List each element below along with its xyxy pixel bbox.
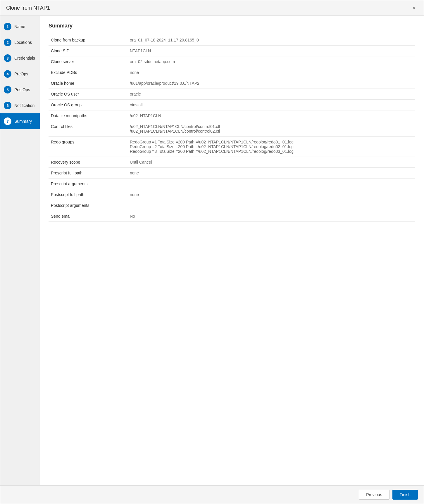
row-value: ora_02.sddc.netapp.com (127, 56, 415, 67)
table-row: Clone from backupora_01_07-18-2024_11.17… (49, 35, 415, 46)
dialog-header: Clone from NTAP1 × (0, 0, 424, 16)
sidebar-item-credentials[interactable]: 3Credentials (0, 50, 40, 66)
row-value: none (127, 189, 415, 200)
sidebar: 1Name2Locations3Credentials4PreOps5PostO… (0, 16, 40, 485)
row-value: /u02_NTAP1CLN (127, 110, 415, 121)
row-value: oinstall (127, 100, 415, 110)
summary-table: Clone from backupora_01_07-18-2024_11.17… (49, 35, 415, 222)
table-row: Clone SIDNTAP1CLN (49, 46, 415, 56)
row-label: Prescript full path (49, 168, 127, 179)
table-row: Datafile mountpaths/u02_NTAP1CLN (49, 110, 415, 121)
table-row: Prescript full pathnone (49, 168, 415, 179)
row-label: Clone SID (49, 46, 127, 56)
table-row: Postscript arguments (49, 200, 415, 211)
sidebar-item-label: PostOps (14, 87, 30, 92)
step-number: 7 (4, 117, 11, 125)
sidebar-item-label: PreOps (14, 72, 28, 76)
row-label: Datafile mountpaths (49, 110, 127, 121)
table-row: Oracle OS useroracle (49, 89, 415, 100)
dialog-title: Clone from NTAP1 (6, 5, 50, 11)
row-value: Until Cancel (127, 157, 415, 168)
row-label: Postscript arguments (49, 200, 127, 211)
row-value: none (127, 168, 415, 179)
row-value: ora_01_07-18-2024_11.17.20.8165_0 (127, 35, 415, 46)
table-row: Oracle OS groupoinstall (49, 100, 415, 110)
row-label: Prescript arguments (49, 179, 127, 189)
sidebar-item-postops[interactable]: 5PostOps (0, 82, 40, 98)
close-button[interactable]: × (410, 4, 418, 12)
table-row: Clone serverora_02.sddc.netapp.com (49, 56, 415, 67)
sidebar-item-summary[interactable]: 7Summary (0, 113, 40, 129)
row-value: No (127, 211, 415, 222)
row-value (127, 179, 415, 189)
row-value: NTAP1CLN (127, 46, 415, 56)
table-row: Redo groupsRedoGroup =1 TotalSize =200 P… (49, 137, 415, 157)
row-value: none (127, 67, 415, 78)
dialog-footer: Previous Finish (0, 485, 424, 504)
row-label: Oracle OS user (49, 89, 127, 100)
row-value: RedoGroup =1 TotalSize =200 Path =/u02_N… (127, 137, 415, 157)
row-label: Postscript full path (49, 189, 127, 200)
row-value (127, 200, 415, 211)
dialog-container: Clone from NTAP1 × 1Name2Locations3Crede… (0, 0, 424, 504)
sidebar-item-notification[interactable]: 6Notification (0, 98, 40, 113)
row-label: Send email (49, 211, 127, 222)
table-row: Control files/u02_NTAP1CLN/NTAP1CLN/cont… (49, 121, 415, 137)
step-number: 3 (4, 54, 11, 62)
table-row: Exclude PDBsnone (49, 67, 415, 78)
step-number: 1 (4, 23, 11, 30)
table-row: Send emailNo (49, 211, 415, 222)
row-label: Recovery scope (49, 157, 127, 168)
sidebar-item-name[interactable]: 1Name (0, 19, 40, 34)
row-label: Clone from backup (49, 35, 127, 46)
table-row: Oracle home/u01/app/oracle/product/19.0.… (49, 78, 415, 89)
section-title: Summary (49, 23, 415, 29)
table-row: Recovery scopeUntil Cancel (49, 157, 415, 168)
row-value: /u01/app/oracle/product/19.0.0/NTAP2 (127, 78, 415, 89)
row-label: Redo groups (49, 137, 127, 157)
main-content: Summary Clone from backupora_01_07-18-20… (40, 16, 424, 485)
row-label: Control files (49, 121, 127, 137)
previous-button[interactable]: Previous (359, 490, 389, 500)
row-label: Exclude PDBs (49, 67, 127, 78)
table-row: Prescript arguments (49, 179, 415, 189)
step-number: 4 (4, 70, 11, 78)
row-value: oracle (127, 89, 415, 100)
dialog-body: 1Name2Locations3Credentials4PreOps5PostO… (0, 16, 424, 485)
table-row: Postscript full pathnone (49, 189, 415, 200)
sidebar-item-label: Locations (14, 40, 32, 45)
row-label: Oracle OS group (49, 100, 127, 110)
sidebar-item-preops[interactable]: 4PreOps (0, 66, 40, 82)
step-number: 5 (4, 86, 11, 93)
sidebar-item-label: Name (14, 24, 25, 29)
sidebar-item-label: Notification (14, 103, 35, 108)
row-label: Oracle home (49, 78, 127, 89)
sidebar-item-locations[interactable]: 2Locations (0, 34, 40, 50)
sidebar-item-label: Summary (14, 119, 32, 124)
row-value: /u02_NTAP1CLN/NTAP1CLN/control/control01… (127, 121, 415, 137)
step-number: 2 (4, 39, 11, 46)
step-number: 6 (4, 102, 11, 109)
row-label: Clone server (49, 56, 127, 67)
finish-button[interactable]: Finish (392, 490, 418, 500)
sidebar-item-label: Credentials (14, 56, 35, 60)
